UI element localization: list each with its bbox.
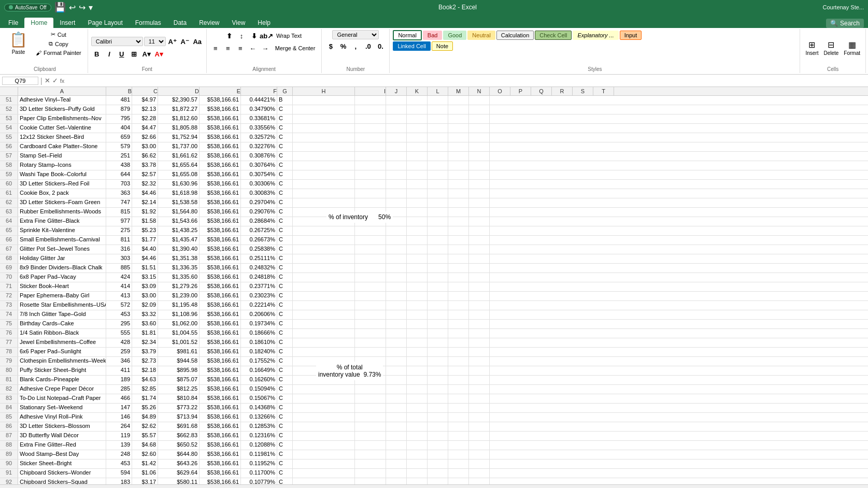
cell-c[interactable]: $3.00	[132, 292, 158, 300]
cell-n[interactable]	[469, 161, 490, 170]
cell-d[interactable]: $812.25	[158, 385, 200, 394]
col-header-j[interactable]: J	[386, 87, 407, 95]
cell-i[interactable]	[355, 366, 386, 375]
cell-m[interactable]	[448, 310, 469, 319]
cell-i[interactable]	[355, 450, 386, 459]
cell-f[interactable]: 0.24818%	[241, 273, 277, 282]
font-color-button[interactable]: A▾	[153, 48, 165, 60]
cell-j[interactable]	[386, 460, 407, 468]
cell-b[interactable]: 189	[106, 376, 132, 384]
style-note[interactable]: Note	[432, 41, 453, 51]
cell-c[interactable]: $3.60	[132, 320, 158, 328]
cell-i[interactable]	[355, 217, 386, 226]
table-row[interactable]: 69 8x9 Binder Dividers–Black Chalk 885 $…	[0, 264, 868, 273]
font-name-select[interactable]: Calibri	[91, 37, 143, 46]
cell-e[interactable]: $538,166.61	[200, 152, 241, 161]
cell-c[interactable]: $3.15	[132, 273, 158, 282]
cell-b[interactable]: 363	[106, 189, 132, 198]
cell-d[interactable]: $691.68	[158, 422, 200, 431]
cell-h[interactable]	[293, 422, 355, 431]
cell-e[interactable]: $538,166.61	[200, 245, 241, 254]
cell-n[interactable]	[469, 422, 490, 431]
cell-b[interactable]: 346	[106, 357, 132, 366]
cell-d[interactable]: $1,655.64	[158, 161, 200, 170]
cell-g[interactable]: C	[277, 142, 293, 151]
cell-d[interactable]: $1,004.55	[158, 329, 200, 338]
cell-g[interactable]: C	[277, 394, 293, 403]
col-header-h[interactable]: H	[293, 87, 355, 95]
cell-j[interactable]	[386, 310, 407, 319]
cell-i[interactable]	[355, 292, 386, 300]
cell-k[interactable]	[407, 394, 428, 403]
cell-g[interactable]: C	[277, 450, 293, 459]
cell-j[interactable]	[386, 189, 407, 198]
cell-l[interactable]	[428, 189, 448, 198]
cell-i[interactable]	[355, 180, 386, 189]
cell-e[interactable]: $538,166.61	[200, 180, 241, 189]
cell-n[interactable]	[469, 245, 490, 254]
cell-m[interactable]	[448, 124, 469, 133]
cell-h[interactable]	[293, 114, 355, 123]
align-right-button[interactable]: ≡	[235, 42, 246, 54]
cell-n[interactable]	[469, 441, 490, 450]
cell-j[interactable]	[386, 404, 407, 412]
table-row[interactable]: 89 Wood Stamp–Best Day 248 $2.60 $644.80…	[0, 450, 868, 460]
cell-l[interactable]	[428, 292, 448, 300]
cell-e[interactable]: $538,166.61	[200, 217, 241, 226]
cell-h[interactable]	[293, 338, 355, 347]
cell-h[interactable]	[293, 198, 355, 207]
cell-h[interactable]	[293, 394, 355, 403]
cell-i[interactable]	[355, 301, 386, 310]
table-row[interactable]: 84 Stationary Set–Weekend 147 $5.26 $773…	[0, 404, 868, 413]
font-size-decrease-button[interactable]: A⁻	[179, 36, 191, 47]
cut-button[interactable]: ✂ Cut	[33, 30, 84, 39]
cell-a[interactable]: Cookie Cutter Set–Valentine	[18, 124, 106, 133]
cell-n[interactable]	[469, 301, 490, 310]
autosave-toggle[interactable]: AutoSave Off	[4, 4, 51, 11]
cell-e[interactable]: $538,166.61	[200, 441, 241, 450]
cell-n[interactable]	[469, 152, 490, 161]
search-box[interactable]: 🔍 Search	[826, 19, 864, 28]
cell-m[interactable]	[448, 329, 469, 338]
cell-e[interactable]: $538,166.61	[200, 254, 241, 263]
style-linked-cell[interactable]: Linked Cell	[393, 41, 430, 51]
cell-b[interactable]: 644	[106, 170, 132, 179]
cell-b[interactable]: 703	[106, 180, 132, 189]
table-row[interactable]: 62 3D Letter Stickers–Foam Green 747 $2.…	[0, 198, 868, 208]
cell-j[interactable]	[386, 376, 407, 384]
cell-j[interactable]	[386, 478, 407, 484]
align-center-button[interactable]: ≡	[222, 42, 234, 54]
cell-a[interactable]: Sticker Book–Heart	[18, 282, 106, 291]
cell-j[interactable]	[386, 217, 407, 226]
style-calculation[interactable]: Calculation	[496, 31, 534, 40]
cell-n[interactable]	[469, 105, 490, 114]
cell-n[interactable]	[469, 469, 490, 478]
cell-g[interactable]: C	[277, 469, 293, 478]
cell-b[interactable]: 453	[106, 460, 132, 468]
cell-k[interactable]	[407, 310, 428, 319]
table-row[interactable]: 64 Extra Fine Glitter–Black 977 $1.58 $1…	[0, 217, 868, 226]
cell-e[interactable]: $538,166.61	[200, 320, 241, 328]
cell-c[interactable]: $5.26	[132, 404, 158, 412]
cell-c[interactable]: $3.32	[132, 310, 158, 319]
cell-d[interactable]: $1,618.98	[158, 189, 200, 198]
table-row[interactable]: 51 Adhesive Vinyl–Teal 481 $4.97 $2,390.…	[0, 96, 868, 105]
currency-button[interactable]: $	[325, 40, 336, 52]
cell-m[interactable]	[448, 180, 469, 189]
cell-j[interactable]	[386, 208, 407, 217]
cell-j[interactable]	[386, 329, 407, 338]
cell-n[interactable]	[469, 292, 490, 300]
cell-d[interactable]: $1,752.94	[158, 133, 200, 142]
cell-e[interactable]: $538,166.61	[200, 376, 241, 384]
cell-i[interactable]	[355, 432, 386, 440]
cell-a[interactable]: 12x12 Sticker Sheet–Bird	[18, 133, 106, 142]
cell-c[interactable]: $2.34	[132, 338, 158, 347]
cell-f[interactable]: 0.30876%	[241, 152, 277, 161]
cell-k[interactable]	[407, 292, 428, 300]
cell-d[interactable]: $1,062.00	[158, 320, 200, 328]
cell-n[interactable]	[469, 282, 490, 291]
table-row[interactable]: 80 Puffy Sticker Sheet–Bright 411 $2.18 …	[0, 366, 868, 376]
cell-f[interactable]: 0.18240%	[241, 348, 277, 356]
cell-l[interactable]	[428, 404, 448, 412]
cell-m[interactable]	[448, 96, 469, 105]
